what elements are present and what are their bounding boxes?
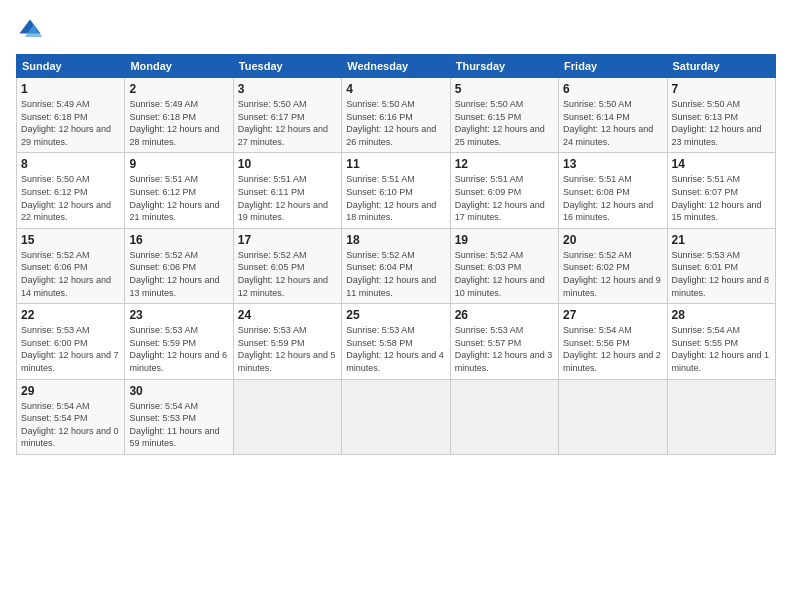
table-row bbox=[559, 379, 667, 454]
day-number: 11 bbox=[346, 157, 445, 171]
day-detail: Sunrise: 5:54 AM Sunset: 5:55 PM Dayligh… bbox=[672, 324, 771, 374]
day-detail: Sunrise: 5:49 AM Sunset: 6:18 PM Dayligh… bbox=[129, 98, 228, 148]
table-row: 1Sunrise: 5:49 AM Sunset: 6:18 PM Daylig… bbox=[17, 78, 125, 153]
weekday-header-thursday: Thursday bbox=[450, 55, 558, 78]
day-number: 5 bbox=[455, 82, 554, 96]
day-detail: Sunrise: 5:52 AM Sunset: 6:06 PM Dayligh… bbox=[129, 249, 228, 299]
table-row bbox=[667, 379, 775, 454]
table-row: 20Sunrise: 5:52 AM Sunset: 6:02 PM Dayli… bbox=[559, 228, 667, 303]
table-row: 29Sunrise: 5:54 AM Sunset: 5:54 PM Dayli… bbox=[17, 379, 125, 454]
weekday-header-wednesday: Wednesday bbox=[342, 55, 450, 78]
day-detail: Sunrise: 5:53 AM Sunset: 5:57 PM Dayligh… bbox=[455, 324, 554, 374]
day-detail: Sunrise: 5:54 AM Sunset: 5:54 PM Dayligh… bbox=[21, 400, 120, 450]
table-row: 17Sunrise: 5:52 AM Sunset: 6:05 PM Dayli… bbox=[233, 228, 341, 303]
day-number: 7 bbox=[672, 82, 771, 96]
day-detail: Sunrise: 5:52 AM Sunset: 6:03 PM Dayligh… bbox=[455, 249, 554, 299]
day-number: 18 bbox=[346, 233, 445, 247]
weekday-header-row: SundayMondayTuesdayWednesdayThursdayFrid… bbox=[17, 55, 776, 78]
day-detail: Sunrise: 5:54 AM Sunset: 5:56 PM Dayligh… bbox=[563, 324, 662, 374]
table-row bbox=[342, 379, 450, 454]
day-detail: Sunrise: 5:51 AM Sunset: 6:11 PM Dayligh… bbox=[238, 173, 337, 223]
table-row: 26Sunrise: 5:53 AM Sunset: 5:57 PM Dayli… bbox=[450, 304, 558, 379]
table-row: 23Sunrise: 5:53 AM Sunset: 5:59 PM Dayli… bbox=[125, 304, 233, 379]
calendar-header: SundayMondayTuesdayWednesdayThursdayFrid… bbox=[17, 55, 776, 78]
day-detail: Sunrise: 5:51 AM Sunset: 6:07 PM Dayligh… bbox=[672, 173, 771, 223]
table-row: 16Sunrise: 5:52 AM Sunset: 6:06 PM Dayli… bbox=[125, 228, 233, 303]
calendar-week-4: 22Sunrise: 5:53 AM Sunset: 6:00 PM Dayli… bbox=[17, 304, 776, 379]
day-detail: Sunrise: 5:51 AM Sunset: 6:09 PM Dayligh… bbox=[455, 173, 554, 223]
day-detail: Sunrise: 5:51 AM Sunset: 6:12 PM Dayligh… bbox=[129, 173, 228, 223]
weekday-header-saturday: Saturday bbox=[667, 55, 775, 78]
day-number: 28 bbox=[672, 308, 771, 322]
table-row: 21Sunrise: 5:53 AM Sunset: 6:01 PM Dayli… bbox=[667, 228, 775, 303]
table-row: 10Sunrise: 5:51 AM Sunset: 6:11 PM Dayli… bbox=[233, 153, 341, 228]
day-detail: Sunrise: 5:50 AM Sunset: 6:13 PM Dayligh… bbox=[672, 98, 771, 148]
calendar-week-1: 1Sunrise: 5:49 AM Sunset: 6:18 PM Daylig… bbox=[17, 78, 776, 153]
day-detail: Sunrise: 5:51 AM Sunset: 6:10 PM Dayligh… bbox=[346, 173, 445, 223]
day-number: 16 bbox=[129, 233, 228, 247]
table-row: 15Sunrise: 5:52 AM Sunset: 6:06 PM Dayli… bbox=[17, 228, 125, 303]
table-row: 12Sunrise: 5:51 AM Sunset: 6:09 PM Dayli… bbox=[450, 153, 558, 228]
page-container: SundayMondayTuesdayWednesdayThursdayFrid… bbox=[0, 0, 792, 463]
table-row: 11Sunrise: 5:51 AM Sunset: 6:10 PM Dayli… bbox=[342, 153, 450, 228]
calendar-table: SundayMondayTuesdayWednesdayThursdayFrid… bbox=[16, 54, 776, 455]
logo bbox=[16, 16, 48, 44]
header bbox=[16, 16, 776, 44]
table-row: 27Sunrise: 5:54 AM Sunset: 5:56 PM Dayli… bbox=[559, 304, 667, 379]
table-row: 22Sunrise: 5:53 AM Sunset: 6:00 PM Dayli… bbox=[17, 304, 125, 379]
day-detail: Sunrise: 5:52 AM Sunset: 6:04 PM Dayligh… bbox=[346, 249, 445, 299]
day-detail: Sunrise: 5:53 AM Sunset: 6:01 PM Dayligh… bbox=[672, 249, 771, 299]
day-number: 15 bbox=[21, 233, 120, 247]
day-detail: Sunrise: 5:54 AM Sunset: 5:53 PM Dayligh… bbox=[129, 400, 228, 450]
weekday-header-friday: Friday bbox=[559, 55, 667, 78]
day-detail: Sunrise: 5:50 AM Sunset: 6:17 PM Dayligh… bbox=[238, 98, 337, 148]
table-row: 9Sunrise: 5:51 AM Sunset: 6:12 PM Daylig… bbox=[125, 153, 233, 228]
table-row: 14Sunrise: 5:51 AM Sunset: 6:07 PM Dayli… bbox=[667, 153, 775, 228]
table-row: 24Sunrise: 5:53 AM Sunset: 5:59 PM Dayli… bbox=[233, 304, 341, 379]
weekday-header-sunday: Sunday bbox=[17, 55, 125, 78]
day-number: 4 bbox=[346, 82, 445, 96]
day-detail: Sunrise: 5:53 AM Sunset: 6:00 PM Dayligh… bbox=[21, 324, 120, 374]
table-row bbox=[450, 379, 558, 454]
day-number: 2 bbox=[129, 82, 228, 96]
table-row: 2Sunrise: 5:49 AM Sunset: 6:18 PM Daylig… bbox=[125, 78, 233, 153]
day-detail: Sunrise: 5:53 AM Sunset: 5:59 PM Dayligh… bbox=[238, 324, 337, 374]
day-number: 3 bbox=[238, 82, 337, 96]
table-row: 3Sunrise: 5:50 AM Sunset: 6:17 PM Daylig… bbox=[233, 78, 341, 153]
day-number: 29 bbox=[21, 384, 120, 398]
table-row: 8Sunrise: 5:50 AM Sunset: 6:12 PM Daylig… bbox=[17, 153, 125, 228]
table-row: 30Sunrise: 5:54 AM Sunset: 5:53 PM Dayli… bbox=[125, 379, 233, 454]
table-row: 4Sunrise: 5:50 AM Sunset: 6:16 PM Daylig… bbox=[342, 78, 450, 153]
table-row: 5Sunrise: 5:50 AM Sunset: 6:15 PM Daylig… bbox=[450, 78, 558, 153]
weekday-header-tuesday: Tuesday bbox=[233, 55, 341, 78]
table-row: 6Sunrise: 5:50 AM Sunset: 6:14 PM Daylig… bbox=[559, 78, 667, 153]
day-number: 20 bbox=[563, 233, 662, 247]
day-detail: Sunrise: 5:52 AM Sunset: 6:02 PM Dayligh… bbox=[563, 249, 662, 299]
day-number: 26 bbox=[455, 308, 554, 322]
day-number: 21 bbox=[672, 233, 771, 247]
day-number: 13 bbox=[563, 157, 662, 171]
day-number: 14 bbox=[672, 157, 771, 171]
table-row: 7Sunrise: 5:50 AM Sunset: 6:13 PM Daylig… bbox=[667, 78, 775, 153]
calendar-week-2: 8Sunrise: 5:50 AM Sunset: 6:12 PM Daylig… bbox=[17, 153, 776, 228]
table-row: 25Sunrise: 5:53 AM Sunset: 5:58 PM Dayli… bbox=[342, 304, 450, 379]
day-number: 1 bbox=[21, 82, 120, 96]
day-number: 19 bbox=[455, 233, 554, 247]
day-detail: Sunrise: 5:50 AM Sunset: 6:12 PM Dayligh… bbox=[21, 173, 120, 223]
day-detail: Sunrise: 5:53 AM Sunset: 5:58 PM Dayligh… bbox=[346, 324, 445, 374]
day-detail: Sunrise: 5:50 AM Sunset: 6:14 PM Dayligh… bbox=[563, 98, 662, 148]
table-row bbox=[233, 379, 341, 454]
table-row: 19Sunrise: 5:52 AM Sunset: 6:03 PM Dayli… bbox=[450, 228, 558, 303]
calendar-body: 1Sunrise: 5:49 AM Sunset: 6:18 PM Daylig… bbox=[17, 78, 776, 455]
day-detail: Sunrise: 5:51 AM Sunset: 6:08 PM Dayligh… bbox=[563, 173, 662, 223]
day-number: 30 bbox=[129, 384, 228, 398]
day-number: 6 bbox=[563, 82, 662, 96]
day-detail: Sunrise: 5:50 AM Sunset: 6:16 PM Dayligh… bbox=[346, 98, 445, 148]
day-detail: Sunrise: 5:50 AM Sunset: 6:15 PM Dayligh… bbox=[455, 98, 554, 148]
calendar-week-5: 29Sunrise: 5:54 AM Sunset: 5:54 PM Dayli… bbox=[17, 379, 776, 454]
calendar-week-3: 15Sunrise: 5:52 AM Sunset: 6:06 PM Dayli… bbox=[17, 228, 776, 303]
day-detail: Sunrise: 5:52 AM Sunset: 6:05 PM Dayligh… bbox=[238, 249, 337, 299]
day-detail: Sunrise: 5:49 AM Sunset: 6:18 PM Dayligh… bbox=[21, 98, 120, 148]
day-detail: Sunrise: 5:53 AM Sunset: 5:59 PM Dayligh… bbox=[129, 324, 228, 374]
logo-icon bbox=[16, 16, 44, 44]
